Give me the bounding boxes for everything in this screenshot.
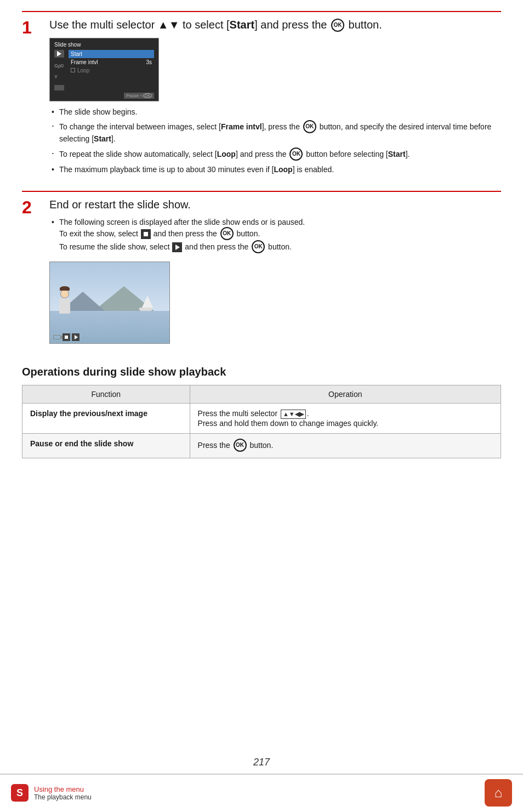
footer-logo: S <box>11 784 29 802</box>
table-row: Display the previous/next image Press th… <box>22 404 501 434</box>
step-1-number: 1 <box>22 19 44 36</box>
ok-icon-inline-2: OK <box>289 147 303 161</box>
function-2-label: Pause or end the slide show <box>30 439 133 448</box>
arrow-symbols-inline: ▲ ▼ ◀ ▶ <box>281 410 306 419</box>
stop-icon-inner <box>144 232 148 236</box>
table-cell-function-1: Display the previous/next image <box>22 404 190 434</box>
camera-gp0-label: Gρ0 <box>54 63 64 69</box>
table-row: Pause or end the slide show Press the OK… <box>22 433 501 458</box>
ss-ctrl-stop-inner <box>65 336 68 339</box>
step-2-number: 2 <box>22 198 44 216</box>
ss-ctrl-stop-icon <box>62 333 70 341</box>
camera-menu-area: Gρ0 Y Start Frame intvl 3s Loop <box>54 50 154 90</box>
footer-left: S Using the menu The playback menu <box>11 784 92 802</box>
operations-table: Function Operation Display the previous/… <box>22 385 501 458</box>
step-2-bullets: The following screen is displayed after … <box>49 217 501 254</box>
ss-boat <box>139 296 153 311</box>
home-icon: ⌂ <box>494 785 503 800</box>
table-header-row: Function Operation <box>22 385 501 404</box>
ss-hull <box>139 308 152 311</box>
camera-screen-mockup: Slide show Gρ0 Y Start Frame intvl <box>49 38 159 101</box>
camera-play-icon <box>54 50 64 58</box>
ss-ctrl-play-icon <box>72 333 79 341</box>
ss-sail <box>142 296 153 308</box>
frame-intvl-value: 3s <box>146 59 152 65</box>
arrow-up: ▲ <box>283 411 289 418</box>
loop-label: Loop <box>77 67 89 73</box>
bullet-max-playback: The maximum playback time is up to about… <box>49 164 501 175</box>
loop-checkbox <box>71 68 75 72</box>
ss-person <box>56 285 73 313</box>
arrow-left: ◀ <box>295 411 299 418</box>
ss-ctrl-battery-icon <box>53 335 61 339</box>
ok-icon-inline-1: OK <box>303 120 316 133</box>
camera-menu-loop: Loop <box>69 66 154 75</box>
ss-hair <box>60 286 70 291</box>
camera-menu-frame-intvl: Frame intvl 3s <box>69 58 154 66</box>
arrow-down: ▼ <box>289 411 295 418</box>
step-1-bullets: The slide show begins. To change the int… <box>49 107 501 175</box>
table-cell-operation-1: Press the multi selector ▲ ▼ ◀ ▶ . Press… <box>190 404 501 434</box>
col-function-header: Function <box>22 385 190 404</box>
footer-nav: S Using the menu The playback menu ⌂ <box>0 774 523 812</box>
step-2-section: 2 End or restart the slide show. The fol… <box>22 191 501 355</box>
camera-screen-title: Slide show <box>54 42 154 48</box>
footer-logo-letter: S <box>16 787 23 799</box>
step-2-content: End or restart the slide show. The follo… <box>44 197 501 355</box>
step-2-title: End or restart the slide show. <box>49 197 501 212</box>
table-cell-operation-2: Press the OK button. <box>190 433 501 458</box>
step-1-section: 1 Use the multi selector ▲▼ to select [S… <box>22 11 501 181</box>
ok-icon-table: OK <box>234 439 247 452</box>
step-1-title: Use the multi selector ▲▼ to select [Sta… <box>49 18 501 32</box>
slideshow-screen-image <box>49 262 170 344</box>
ok-icon-inline-3: OK <box>220 227 234 240</box>
operations-section: Operations during slide show playback Fu… <box>22 366 501 458</box>
table-cell-function-2: Pause or end the slide show <box>22 433 190 458</box>
camera-pause-label: Pause→OK <box>124 93 154 99</box>
step-1-content: Use the multi selector ▲▼ to select [Sta… <box>44 18 501 181</box>
using-menu-link[interactable]: Using the menu <box>34 785 92 793</box>
home-button[interactable]: ⌂ <box>485 779 512 807</box>
play-triangle <box>57 51 61 56</box>
camera-menu-start: Start <box>69 50 154 58</box>
camera-y-label: Y <box>54 74 64 80</box>
camera-bottom-bar: Pause→OK <box>54 93 154 99</box>
camera-menu-items: Start Frame intvl 3s Loop <box>69 50 154 75</box>
ss-ctrl-play-tri <box>75 335 78 339</box>
camera-left-icons: Gρ0 Y <box>54 50 64 90</box>
playback-menu-label: The playback menu <box>34 793 92 801</box>
bullet-slide-show-begins: The slide show begins. <box>49 107 501 118</box>
stop-icon-inline <box>141 229 151 239</box>
ok-icon-inline-4: OK <box>252 240 265 253</box>
function-1-label: Display the previous/next image <box>30 409 147 418</box>
footer-links: Using the menu The playback menu <box>34 785 92 801</box>
arrow-right: ▶ <box>299 411 304 418</box>
ok-button-icon: OK <box>331 19 344 32</box>
ss-body <box>59 298 70 314</box>
page-number: 217 <box>0 757 523 768</box>
frame-intvl-label: Frame intvl <box>71 59 98 65</box>
bullet-loop: To repeat the slide show automatically, … <box>49 148 501 161</box>
ss-head <box>60 289 69 298</box>
step-2-bullet-1: The following screen is displayed after … <box>49 217 501 254</box>
operations-title: Operations during slide show playback <box>22 366 501 378</box>
col-operation-header: Operation <box>190 385 501 404</box>
camera-battery-icon <box>54 85 64 90</box>
bullet-frame-intvl: To change the interval between images, s… <box>49 121 501 145</box>
ss-controls <box>53 333 79 341</box>
play-icon-inline <box>172 242 182 252</box>
play-icon-tri <box>175 245 180 250</box>
